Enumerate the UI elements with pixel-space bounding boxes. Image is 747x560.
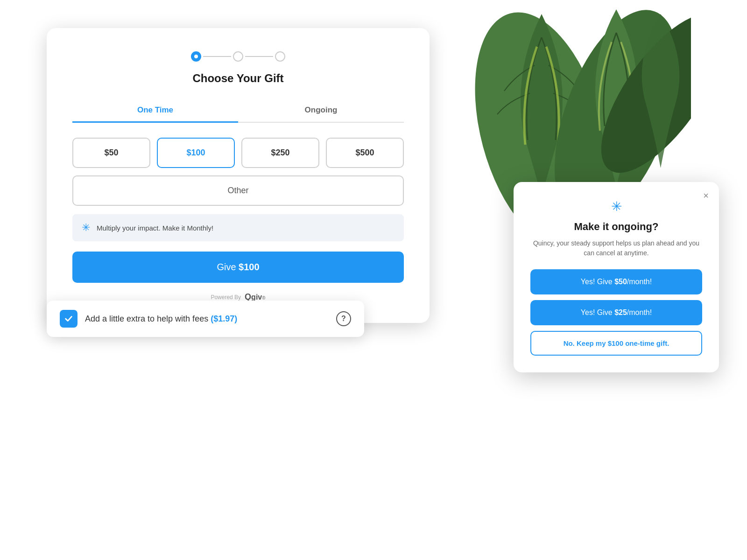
step-line-2 [245,56,273,57]
give-prefix: Give [217,262,239,272]
popup-btn-50-amount: $50 [614,278,627,286]
give-button[interactable]: Give $100 [72,252,404,283]
sun-icon: ✳ [82,222,90,234]
fee-label: Add a little extra to help with fees [85,314,211,323]
popup-btn-50-prefix: Yes! Give [581,278,614,286]
help-icon[interactable]: ? [336,311,351,326]
qgiv-logo-text: Qgiv® [245,293,266,301]
tab-one-time[interactable]: One Time [72,99,238,123]
monthly-banner: ✳ Multiply your impact. Make it Monthly! [72,214,404,241]
popup-btn-25-amount: $25 [614,308,627,316]
popup-sun-icon: ✳ [530,199,702,214]
give-amount: $100 [239,262,260,272]
powered-by-label: Powered By [211,294,241,301]
fee-text: Add a little extra to help with fees ($1… [85,314,329,324]
step-2 [233,51,243,62]
popup-title: Make it ongoing? [530,221,702,233]
popup-btn-50[interactable]: Yes! Give $50/month! [530,269,702,294]
popup-btn-50-suffix: /month! [627,278,652,286]
monthly-banner-text: Multiply your impact. Make it Monthly! [97,224,213,232]
popup-description: Quincy, your steady support helps us pla… [530,238,702,258]
popup-btn-25-suffix: /month! [627,308,652,316]
popup-close-button[interactable]: × [703,190,709,201]
popup-btn-keep[interactable]: No. Keep my $100 one-time gift. [530,331,702,356]
popup-btn-25[interactable]: Yes! Give $25/month! [530,300,702,325]
fee-amount: ($1.97) [211,314,237,323]
gift-type-tabs: One Time Ongoing [72,99,404,123]
step-line-1 [203,56,231,57]
popup-card: × ✳ Make it ongoing? Quincy, your steady… [514,182,719,372]
amount-100[interactable]: $100 [157,138,235,168]
tab-ongoing[interactable]: Ongoing [238,99,404,123]
amount-500[interactable]: $500 [326,138,404,168]
progress-stepper [72,51,404,62]
amount-other[interactable]: Other [72,175,404,206]
main-card: Choose Your Gift One Time Ongoing $50 $1… [47,28,430,323]
amount-250[interactable]: $250 [241,138,319,168]
step-1 [191,51,201,62]
amount-grid: $50 $100 $250 $500 [72,138,404,168]
amount-50[interactable]: $50 [72,138,150,168]
fee-bar: Add a little extra to help with fees ($1… [47,301,364,337]
fee-checkbox[interactable] [60,310,78,328]
page-title: Choose Your Gift [72,72,404,85]
popup-btn-25-prefix: Yes! Give [581,308,614,316]
step-3 [275,51,285,62]
